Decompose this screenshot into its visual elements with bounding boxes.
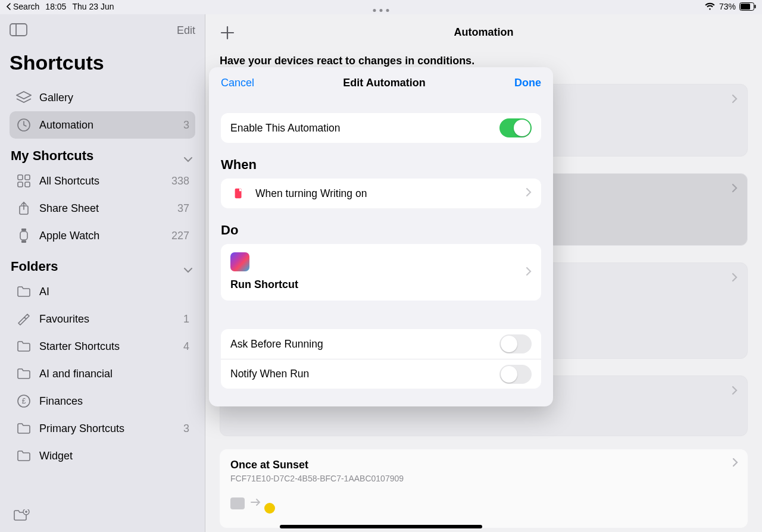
- enable-automation-row: Enable This Automation: [221, 113, 541, 143]
- focus-icon: [230, 185, 247, 202]
- ask-toggle[interactable]: [499, 334, 532, 353]
- cell-label: Enable This Automation: [230, 122, 341, 134]
- ask-before-running-row: Ask Before Running: [221, 329, 541, 359]
- edit-automation-modal: Cancel Edit Automation Done Enable This …: [209, 67, 553, 406]
- when-section-title: When: [221, 157, 541, 173]
- cell-label: Notify When Run: [230, 368, 309, 380]
- modal-title: Edit Automation: [343, 77, 425, 89]
- do-action-row[interactable]: Run Shortcut: [221, 244, 541, 301]
- do-section-title: Do: [221, 223, 541, 238]
- notify-when-run-row: Notify When Run: [221, 359, 541, 389]
- cell-label: Run Shortcut: [230, 278, 298, 290]
- home-indicator[interactable]: [280, 525, 482, 528]
- enable-toggle[interactable]: [499, 118, 532, 137]
- cell-label: Ask Before Running: [230, 338, 323, 351]
- done-button[interactable]: Done: [514, 77, 541, 89]
- when-trigger-row[interactable]: When turning Writing on: [221, 179, 541, 208]
- notify-toggle[interactable]: [499, 365, 532, 384]
- cell-label: When turning Writing on: [255, 187, 367, 200]
- shortcuts-app-icon: [230, 252, 249, 271]
- cancel-button[interactable]: Cancel: [221, 77, 254, 89]
- chevron-right-icon: [526, 267, 532, 278]
- chevron-right-icon: [526, 187, 532, 199]
